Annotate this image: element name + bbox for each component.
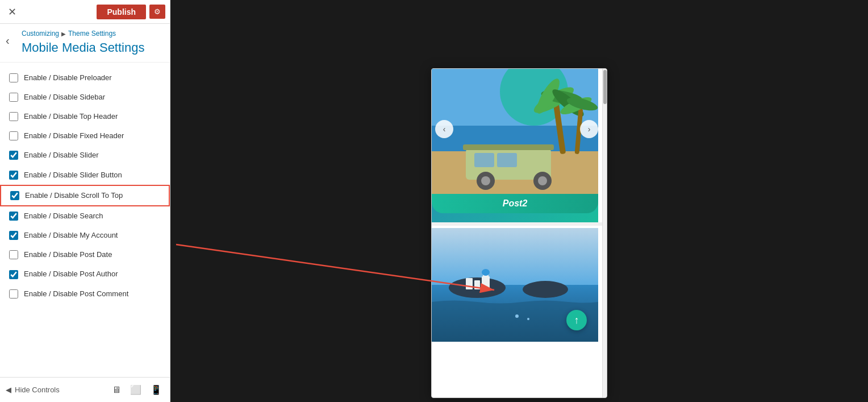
card-label: Post2 bbox=[432, 194, 598, 213]
svg-point-11 bbox=[538, 176, 547, 185]
svg-rect-25 bbox=[474, 280, 480, 289]
carousel-prev-button[interactable]: ‹ bbox=[435, 120, 453, 138]
hide-controls[interactable]: ◀ Hide Controls bbox=[6, 386, 60, 394]
checkbox-item-top-header[interactable]: Enable / Disable Top Header bbox=[0, 107, 170, 126]
chevron-right-icon: › bbox=[588, 125, 591, 134]
page-title: Mobile Media Settings bbox=[22, 40, 161, 56]
checkbox-item-post-date[interactable]: Enable / Disable Post Date bbox=[0, 245, 170, 264]
checkbox-label-post-author: Enable / Disable Post Author bbox=[24, 269, 118, 279]
carousel-next-button[interactable]: › bbox=[580, 120, 598, 138]
phone-scroll: ‹ › bbox=[432, 69, 607, 397]
checkbox-label-scroll-to-top: Enable / Disable Scroll To Top bbox=[25, 190, 123, 201]
main-content: ‹ › bbox=[170, 0, 868, 402]
card-top: Post2 bbox=[432, 69, 598, 222]
checkbox-label-top-header: Enable / Disable Top Header bbox=[24, 111, 118, 122]
checkbox-item-scroll-to-top[interactable]: Enable / Disable Scroll To Top bbox=[0, 185, 170, 206]
topbar: ✕ Publish ⚙ bbox=[0, 0, 170, 24]
checkbox-my-account[interactable] bbox=[9, 231, 18, 240]
chevron-left-icon: ‹ bbox=[443, 125, 446, 134]
svg-point-28 bbox=[482, 269, 490, 276]
checkbox-scroll-to-top[interactable] bbox=[10, 191, 19, 200]
tablet-view-button[interactable]: ⬜ bbox=[128, 382, 144, 397]
checkbox-item-my-account[interactable]: Enable / Disable My Account bbox=[0, 226, 170, 245]
svg-rect-5 bbox=[474, 153, 494, 167]
gear-button[interactable]: ⚙ bbox=[149, 5, 165, 19]
checkbox-item-post-comment[interactable]: Enable / Disable Post Comment bbox=[0, 284, 170, 304]
phone-mockup: ‹ › bbox=[431, 68, 607, 398]
checkbox-item-slider-button[interactable]: Enable / Disable Slider Button bbox=[0, 165, 170, 185]
checkbox-label-post-comment: Enable / Disable Post Comment bbox=[24, 289, 128, 299]
checkbox-preloader[interactable] bbox=[9, 73, 18, 82]
hide-controls-label: Hide Controls bbox=[15, 386, 60, 394]
svg-rect-20 bbox=[432, 228, 598, 285]
breadcrumb-theme-settings: Theme Settings bbox=[68, 30, 116, 38]
checkbox-item-fixed-header[interactable]: Enable / Disable Fixed Header bbox=[0, 126, 170, 146]
checkbox-item-preloader[interactable]: Enable / Disable Preloader bbox=[0, 68, 170, 88]
checkbox-label-fixed-header: Enable / Disable Fixed Header bbox=[24, 131, 124, 141]
svg-point-29 bbox=[515, 314, 519, 318]
breadcrumb-customizing: Customizing bbox=[22, 30, 59, 38]
checkbox-item-sidebar[interactable]: Enable / Disable Sidebar bbox=[0, 88, 170, 107]
checkbox-sidebar[interactable] bbox=[9, 93, 18, 102]
scroll-to-top-button[interactable]: ↑ bbox=[566, 310, 587, 330]
breadcrumb-separator: ▶ bbox=[61, 31, 66, 37]
checkbox-slider[interactable] bbox=[9, 151, 18, 160]
breadcrumb: Customizing ▶ Theme Settings bbox=[22, 30, 161, 38]
svg-point-23 bbox=[523, 281, 568, 298]
checkbox-item-post-author[interactable]: Enable / Disable Post Author bbox=[0, 264, 170, 284]
svg-point-30 bbox=[527, 318, 529, 320]
checkbox-label-my-account: Enable / Disable My Account bbox=[24, 230, 118, 241]
checkbox-item-search[interactable]: Enable / Disable Search bbox=[0, 206, 170, 226]
close-button[interactable]: ✕ bbox=[5, 3, 20, 20]
bottombar: ◀ Hide Controls 🖥 ⬜ 📱 bbox=[0, 377, 170, 402]
publish-button[interactable]: Publish bbox=[97, 5, 146, 19]
bottom-icons: 🖥 ⬜ 📱 bbox=[110, 382, 164, 397]
checkbox-label-preloader: Enable / Disable Preloader bbox=[24, 73, 112, 83]
scrollbar-thumb bbox=[603, 70, 607, 104]
checkbox-label-post-date: Enable / Disable Post Date bbox=[24, 250, 112, 260]
scroll-up-icon: ↑ bbox=[574, 314, 579, 326]
checkbox-slider-button[interactable] bbox=[9, 171, 18, 180]
checkbox-label-sidebar: Enable / Disable Sidebar bbox=[24, 92, 105, 102]
checkbox-post-author[interactable] bbox=[9, 270, 18, 279]
desktop-view-button[interactable]: 🖥 bbox=[110, 383, 123, 397]
checkbox-top-header[interactable] bbox=[9, 112, 18, 121]
checkbox-item-slider[interactable]: Enable / Disable Slider bbox=[0, 146, 170, 165]
hide-controls-icon: ◀ bbox=[6, 386, 11, 394]
checkbox-search[interactable] bbox=[9, 212, 18, 221]
checkbox-label-search: Enable / Disable Search bbox=[24, 211, 103, 221]
mobile-view-button[interactable]: 📱 bbox=[148, 382, 164, 397]
svg-rect-6 bbox=[497, 153, 517, 167]
svg-point-9 bbox=[481, 176, 490, 185]
checkbox-post-comment[interactable] bbox=[9, 289, 18, 299]
svg-rect-24 bbox=[466, 278, 473, 289]
checkbox-label-slider-button: Enable / Disable Slider Button bbox=[24, 170, 122, 180]
svg-rect-7 bbox=[463, 144, 554, 150]
checkbox-label-slider: Enable / Disable Slider bbox=[24, 150, 99, 160]
checkbox-post-date[interactable] bbox=[9, 250, 18, 259]
card-image bbox=[432, 69, 598, 194]
checkbox-list: Enable / Disable PreloaderEnable / Disab… bbox=[0, 63, 170, 377]
checkbox-fixed-header[interactable] bbox=[9, 131, 18, 140]
sidebar: ✕ Publish ⚙ ‹ Customizing ▶ Theme Settin… bbox=[0, 0, 170, 402]
palm-scene-svg bbox=[432, 69, 598, 194]
phone-scrollbar bbox=[602, 69, 607, 397]
card-bottom: ↑ bbox=[432, 228, 598, 342]
back-button[interactable]: ‹ bbox=[2, 31, 13, 51]
